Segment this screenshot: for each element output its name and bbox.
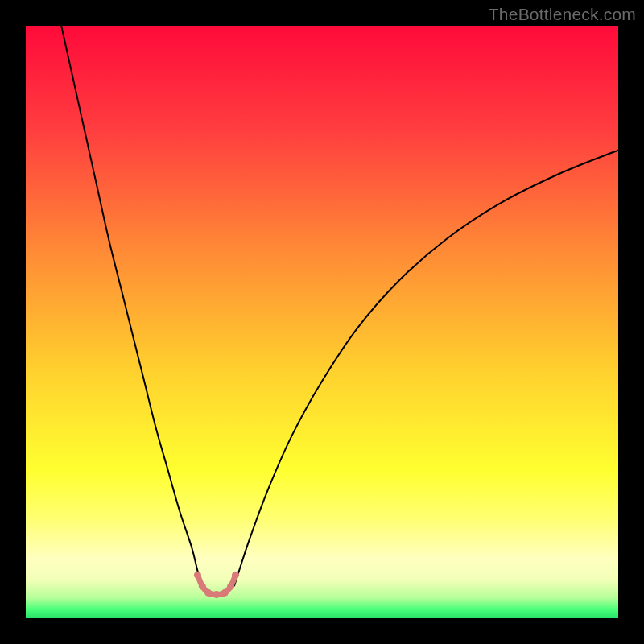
plot-area xyxy=(26,26,618,618)
trough-dot-4 xyxy=(221,589,229,597)
trough-dot-6 xyxy=(232,572,239,579)
trough-dot-1 xyxy=(199,583,206,590)
chart-svg xyxy=(26,26,618,618)
gradient-background xyxy=(26,26,618,618)
watermark-text: TheBottleneck.com xyxy=(489,5,636,24)
trough-dot-3 xyxy=(213,591,220,598)
trough-dot-2 xyxy=(204,589,212,597)
chart-frame: TheBottleneck.com xyxy=(0,0,644,644)
trough-dot-5 xyxy=(227,583,234,590)
trough-dot-0 xyxy=(194,572,201,579)
